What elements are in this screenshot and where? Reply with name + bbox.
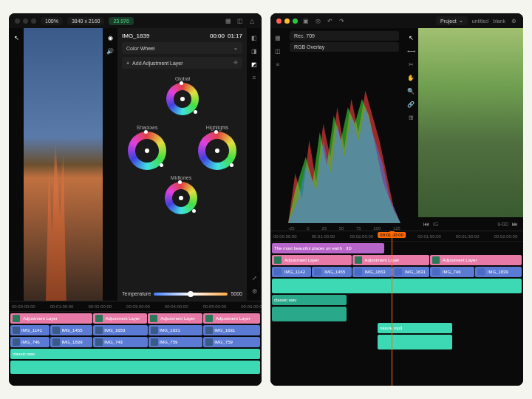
next-icon[interactable]: ⏭ — [511, 220, 519, 228]
wheel-highlights[interactable]: Highlights — [198, 125, 236, 170]
left-tool-rail: ↖ — [9, 28, 24, 301]
track-audio-r2-label[interactable]: nature.mp3 — [272, 323, 522, 333]
resolution-chip[interactable]: 3840 x 2160 — [67, 17, 105, 25]
inspector-panel: IMG_1839 00:00 01:17 Color Wheel⌄ +Add A… — [117, 28, 247, 301]
tc-start: 00:00 — [210, 33, 225, 39]
program-image[interactable] — [418, 28, 523, 217]
timeline-left: 00:00:00:0000:01:00:0000:02:00:0000:03:0… — [9, 301, 262, 386]
edit-window: ▣ ◎ ↶ ↷ Project ⌄ untitled blank ⊕ ▦ ◫ ≡… — [270, 13, 523, 386]
traffic-lights[interactable] — [15, 18, 36, 24]
wheel-shadows[interactable]: Shadows — [128, 125, 166, 170]
playhead[interactable] — [392, 231, 392, 386]
track-audio-1-wave[interactable] — [10, 361, 260, 374]
timeline-ruler-right[interactable]: 00:00:00:0000:01:00:0000:02:00:00 00:01:… — [270, 231, 523, 242]
temperature-row[interactable]: Temperature 5000 — [122, 291, 242, 296]
undo-icon[interactable]: ↶ — [326, 17, 333, 24]
tc-end: 01:17 — [228, 33, 242, 39]
track-video-r[interactable]: IMG_1142 IMG_1455 IMG_1653 IMG_1631 IMG_… — [272, 267, 522, 277]
trim-icon[interactable]: ⟷ — [407, 47, 415, 55]
track-adjustment[interactable]: Adjustment Layer Adjustment Layer Adjust… — [10, 313, 260, 324]
preview-viewer — [24, 28, 103, 301]
add-icon[interactable]: ⊕ — [510, 17, 517, 24]
scope-preset[interactable]: Rec. 709 — [290, 31, 399, 41]
panel-selector[interactable]: Color Wheel⌄ — [122, 42, 242, 54]
program-viewer: ⏮ IG IH30 ⏭ — [418, 28, 523, 231]
expand-icon[interactable]: ⤢ — [250, 274, 258, 282]
panel-icon-3[interactable]: ◩ — [250, 61, 258, 68]
pointer-icon[interactable]: ↖ — [407, 34, 415, 41]
topbar-right: ▣ ◎ ↶ ↷ Project ⌄ untitled blank ⊕ — [270, 13, 523, 28]
grid-icon[interactable]: ▦ — [225, 17, 232, 24]
arrow-icon[interactable]: ↖ — [13, 34, 20, 41]
preview-image[interactable] — [24, 28, 103, 301]
topbar: 100% 3840 x 2160 23.976 ▦ ◫ △ — [9, 13, 262, 28]
track-video-2[interactable]: IMG_746 IMG_1839 IMG_743 IMG_759 IMG_759 — [10, 337, 260, 347]
panel-icon-4[interactable]: ≡ — [250, 74, 258, 81]
sidebar-rail: ▦ ◫ ≡ — [270, 28, 285, 231]
blade-icon[interactable]: ✂ — [407, 61, 415, 68]
effects-icon[interactable]: ◎ — [314, 17, 321, 24]
media-icon[interactable]: ▦ — [274, 34, 282, 41]
zoom-chip[interactable]: 100% — [41, 17, 63, 25]
track-audio-r1-label[interactable]: classic.wav — [272, 295, 522, 305]
zoom-icon[interactable]: 🔍 — [407, 87, 415, 95]
track-adjustment-r[interactable]: Adjustment Layer Adjustment Layer Adjust… — [272, 255, 522, 265]
crop-icon[interactable]: ◫ — [236, 17, 244, 24]
out-label: IH30 — [497, 222, 508, 227]
tool-rail: ↖ ⟷ ✂ ✋ 🔍 🔗 ⊞ — [403, 28, 418, 231]
traffic-lights[interactable] — [276, 18, 298, 24]
fx-icon[interactable]: ◫ — [274, 47, 282, 55]
lock-icon[interactable]: △ — [248, 17, 256, 24]
rgb-icon[interactable]: ◉ — [106, 34, 114, 41]
scopes-panel: Rec. 709 RGB Overlay -250255075100125 — [285, 28, 403, 231]
fps-chip[interactable]: 23.976 — [109, 17, 133, 25]
timeline-right: 00:00:00:0000:01:00:0000:02:00:00 00:01:… — [270, 231, 523, 386]
track-video-1[interactable]: IMG_1141 IMG_1455 IMG_1653 IMG_1631 IMG_… — [10, 325, 260, 335]
doc-tab-2[interactable]: blank — [493, 18, 505, 24]
doc-tab-1[interactable]: untitled — [472, 18, 489, 24]
gear-icon[interactable]: ⚙ — [250, 287, 258, 295]
panel-icon-2[interactable]: ◨ — [250, 47, 258, 55]
mid-rail: ◉ 🔊 — [103, 28, 117, 301]
wheel-global[interactable]: Global — [166, 76, 199, 115]
link-icon[interactable]: 🔗 — [407, 100, 415, 108]
color-window: 100% 3840 x 2160 23.976 ▦ ◫ △ ↖ ◉ 🔊 IMG_… — [9, 13, 262, 386]
right-tool-rail: ◧ ◨ ◩ ≡ ⤢ ⚙ — [247, 28, 262, 301]
speaker-icon[interactable]: 🔊 — [106, 47, 114, 55]
clip-name: IMG_1839 — [122, 33, 149, 39]
redo-icon[interactable]: ↷ — [338, 17, 345, 24]
rgb-parade — [288, 58, 400, 223]
track-title[interactable]: The most beautiful places on earth · 3D — [272, 243, 522, 253]
in-label: IG — [433, 222, 438, 227]
panel-icon-1[interactable]: ◧ — [250, 34, 258, 41]
hand-icon[interactable]: ✋ — [407, 74, 415, 81]
move-icon[interactable]: ✥ — [233, 60, 238, 66]
wheel-midtones[interactable]: Midtones — [165, 175, 197, 214]
track-audio-r1b[interactable] — [272, 307, 522, 321]
timeline-ruler[interactable]: 00:00:00:0000:01:00:0000:02:00:0000:03:0… — [9, 301, 262, 312]
color-wheels: Global Shadows Highlights Midtones — [122, 72, 242, 288]
project-dropdown[interactable]: Project ⌄ — [436, 16, 468, 25]
prev-icon[interactable]: ⏮ — [423, 220, 430, 228]
library-icon[interactable]: ▣ — [302, 17, 310, 24]
track-audio-r1[interactable] — [272, 279, 522, 293]
track-audio-r2[interactable] — [272, 335, 522, 349]
track-audio-1[interactable]: classic.wav — [10, 349, 260, 359]
add-adj-layer-row[interactable]: +Add Adjustment Layer ✥ — [122, 57, 242, 69]
snap-icon[interactable]: ⊞ — [407, 114, 415, 121]
scope-icon[interactable]: ≡ — [274, 61, 282, 68]
scope-mode[interactable]: RGB Overlay — [290, 42, 399, 52]
